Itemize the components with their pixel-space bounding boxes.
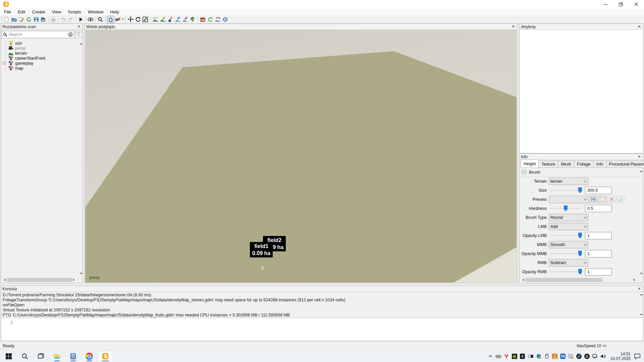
- logitech-tray-icon[interactable]: G: [583, 352, 591, 360]
- scenegraph-close-icon[interactable]: ✕: [76, 24, 81, 29]
- save-as-icon[interactable]: [40, 16, 47, 23]
- notifications-icon[interactable]: [633, 352, 641, 360]
- search-box[interactable]: ✕: [2, 31, 74, 38]
- rotate-tool-icon[interactable]: [134, 16, 142, 23]
- steam-tray-icon[interactable]: [575, 352, 583, 360]
- opacity-rmb-slider[interactable]: [549, 268, 582, 276]
- opacity-lmb-input[interactable]: 1: [585, 232, 612, 239]
- detail-paint-icon[interactable]: [174, 16, 181, 23]
- text-replace-icon[interactable]: AB: [199, 16, 207, 23]
- hidden-icons-chevron[interactable]: [486, 352, 494, 360]
- menu-view[interactable]: View: [48, 9, 64, 15]
- scroll-left-icon[interactable]: [3, 279, 5, 281]
- move-tool-icon[interactable]: [127, 16, 134, 23]
- menu-scripts[interactable]: Scripts: [64, 9, 85, 15]
- restore-button[interactable]: [613, 0, 629, 9]
- filter-button[interactable]: [75, 31, 82, 38]
- chrome-button[interactable]: [82, 351, 97, 362]
- play-icon[interactable]: [77, 16, 85, 23]
- slider-handle[interactable]: [578, 187, 582, 193]
- import-file-icon[interactable]: [50, 16, 57, 23]
- java-tray-icon[interactable]: [551, 352, 559, 360]
- menu-file[interactable]: File: [0, 9, 14, 15]
- hardness-slider[interactable]: [549, 205, 582, 212]
- scroll-right-icon[interactable]: [73, 279, 76, 281]
- opacity-mmb-slider[interactable]: [549, 250, 582, 257]
- reload-shaders-icon[interactable]: [221, 16, 229, 23]
- info-close-icon[interactable]: ✕: [637, 155, 642, 159]
- search-input[interactable]: [9, 32, 67, 37]
- size-slider[interactable]: [549, 187, 582, 194]
- scroll-right-icon[interactable]: [634, 279, 636, 281]
- menu-create[interactable]: Create: [29, 9, 48, 15]
- reload-assets-icon[interactable]: [214, 16, 221, 23]
- attributes-close-icon[interactable]: ✕: [637, 24, 642, 29]
- scrollbar-thumb[interactable]: [525, 278, 602, 282]
- info-paint-icon[interactable]: [181, 16, 189, 23]
- camera-home-icon[interactable]: [107, 16, 114, 23]
- viewport-3d-view[interactable]: field2 0.09 ha field1 0.09 ha persp: [85, 29, 517, 283]
- scene-tree-horizontal-scrollbar[interactable]: [1, 277, 77, 283]
- menu-help[interactable]: Help: [107, 9, 122, 15]
- terrain-paint-icon[interactable]: [159, 16, 167, 23]
- file-explorer-button[interactable]: [50, 351, 64, 362]
- rmb-dropdown[interactable]: Subtract: [549, 259, 588, 266]
- tree-item-persp[interactable]: persp: [2, 46, 77, 51]
- save-preset-button[interactable]: [589, 196, 597, 203]
- expand-icon[interactable]: +: [3, 62, 6, 65]
- tree-item-map[interactable]: map: [2, 66, 77, 71]
- opacity-rmb-input[interactable]: 1: [585, 268, 612, 276]
- mmb-dropdown[interactable]: Smooth: [549, 241, 588, 248]
- thunderbird-tray-icon[interactable]: TB: [559, 352, 567, 360]
- scroll-up-icon[interactable]: [80, 42, 83, 45]
- scroll-up-icon[interactable]: [640, 169, 643, 172]
- close-button[interactable]: [629, 0, 644, 9]
- tree-placement-icon[interactable]: [189, 16, 196, 23]
- giants-editor-button[interactable]: [98, 351, 113, 362]
- reload-icon[interactable]: [25, 16, 33, 23]
- edit-file-icon[interactable]: [18, 16, 25, 23]
- console-vertical-scrollbar[interactable]: [638, 292, 643, 317]
- info-horizontal-scrollbar[interactable]: [520, 277, 638, 283]
- taskbar-search-button[interactable]: [17, 351, 32, 362]
- opacity-lmb-slider[interactable]: [549, 232, 582, 239]
- tab-procedural-placement[interactable]: Procedural Placement: [606, 161, 644, 168]
- new-preset-button[interactable]: [598, 196, 606, 203]
- open-file-icon[interactable]: [10, 16, 18, 23]
- presets-dropdown[interactable]: [549, 196, 588, 203]
- slider-handle[interactable]: [578, 233, 582, 239]
- calculator-button[interactable]: [66, 351, 80, 362]
- scale-tool-icon[interactable]: [142, 16, 149, 23]
- menu-window[interactable]: Window: [85, 9, 107, 15]
- epic-games-tray-icon[interactable]: E: [519, 352, 527, 360]
- sync-tray-icon[interactable]: [567, 352, 575, 360]
- slider-handle[interactable]: [564, 205, 568, 212]
- foliage-paint-icon[interactable]: [167, 16, 174, 23]
- info-vertical-scrollbar[interactable]: [638, 168, 643, 277]
- minimize-button[interactable]: [598, 0, 613, 9]
- volume-tray-icon[interactable]: [599, 352, 607, 360]
- scroll-down-icon[interactable]: [80, 273, 83, 276]
- size-input[interactable]: 300.5: [585, 187, 612, 194]
- collapse-icon[interactable]: [521, 170, 527, 175]
- script-editor[interactable]: 1: [1, 318, 643, 341]
- terrain-mesh[interactable]: [85, 29, 517, 283]
- tab-info[interactable]: Info: [593, 161, 606, 168]
- network-tray-icon[interactable]: [591, 352, 599, 360]
- windows-security-tray-icon[interactable]: [535, 352, 543, 360]
- lmb-dropdown[interactable]: Add: [549, 223, 588, 230]
- scrollbar-thumb[interactable]: [7, 278, 72, 282]
- console-close-icon[interactable]: ✕: [637, 287, 642, 291]
- tree-item-terrain[interactable]: terrain: [2, 51, 77, 56]
- menu-edit[interactable]: Edit: [14, 9, 29, 15]
- camera-disabled-icon[interactable]: [114, 16, 122, 23]
- nvidia-tray-icon[interactable]: [511, 352, 519, 360]
- visibility-icon[interactable]: [87, 16, 94, 23]
- taskbar-clock[interactable]: 14:51 10.07.2025: [610, 352, 631, 361]
- start-button[interactable]: [1, 351, 16, 362]
- tab-foliage[interactable]: Foliage: [574, 161, 594, 168]
- keyboard-tray-icon[interactable]: [494, 352, 502, 360]
- opacity-mmb-input[interactable]: 1: [585, 250, 612, 257]
- zoom-icon[interactable]: [97, 16, 104, 23]
- tree-item-sun[interactable]: sun: [2, 41, 77, 46]
